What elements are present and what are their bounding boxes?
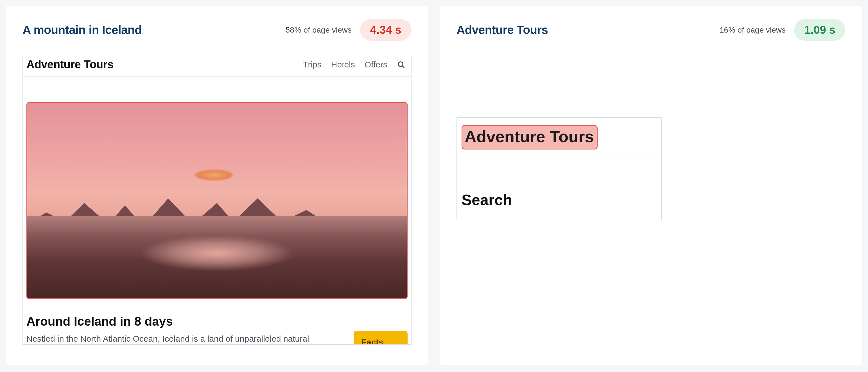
article-desc: Nestled in the North Atlantic Ocean, Ice… [26,334,324,344]
lcp-element-highlight: Adventure Tours [462,125,598,150]
lcp-card-mountain: A mountain in Iceland 58% of page views … [6,6,428,365]
nav-link-hotels[interactable]: Hotels [331,60,355,69]
lcp-metric-badge: 4.34 s [360,19,411,41]
preview-nav: Trips Hotels Offers [303,60,405,69]
article-title: Around Iceland in 8 days [26,314,408,329]
preview-topbar: Adventure Tours [457,118,661,160]
lcp-element-highlight [26,102,408,299]
preview-body: Search [457,160,661,220]
page-preview: Adventure Tours Search [457,117,662,220]
preview-brand: Adventure Tours [26,58,114,71]
preview-topbar: Adventure Tours Trips Hotels Offers [23,55,411,77]
facts-chip[interactable]: Facts [353,331,408,345]
page-views-label: 16% of page views [720,26,786,35]
card-header-right: 58% of page views 4.34 s [286,19,411,41]
search-icon[interactable] [397,60,405,69]
lcp-card-adventure-tours: Adventure Tours 16% of page views 1.09 s… [440,6,862,365]
preview-article: Around Iceland in 8 days Nestled in the … [23,299,411,344]
page-preview: Adventure Tours Trips Hotels Offers [23,55,411,345]
card-title: A mountain in Iceland [23,23,142,37]
card-title: Adventure Tours [457,23,548,37]
card-header: Adventure Tours 16% of page views 1.09 s [457,19,845,41]
card-header: A mountain in Iceland 58% of page views … [23,19,411,41]
search-heading: Search [462,191,512,208]
card-header-right: 16% of page views 1.09 s [720,19,845,41]
lcp-metric-badge: 1.09 s [794,19,845,41]
preview-hero-wrap [23,77,411,299]
nav-link-trips[interactable]: Trips [303,60,321,69]
preview-brand: Adventure Tours [465,127,594,146]
nav-link-offers[interactable]: Offers [365,60,388,69]
page-views-label: 58% of page views [286,26,352,35]
svg-line-1 [402,66,404,68]
